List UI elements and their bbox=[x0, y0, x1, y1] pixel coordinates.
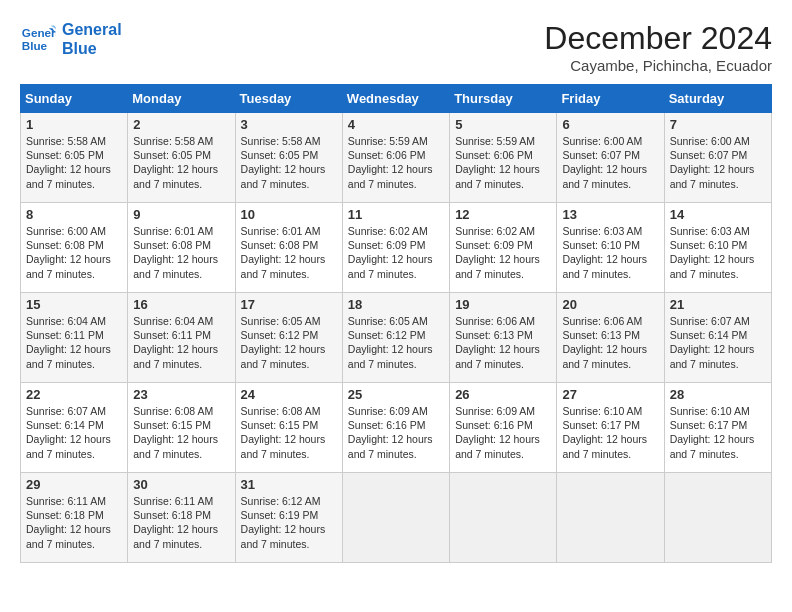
day-detail: Sunrise: 6:04 AM Sunset: 6:11 PM Dayligh… bbox=[26, 314, 122, 371]
day-detail: Sunrise: 5:59 AM Sunset: 6:06 PM Dayligh… bbox=[348, 134, 444, 191]
day-detail: Sunrise: 6:10 AM Sunset: 6:17 PM Dayligh… bbox=[562, 404, 658, 461]
day-number: 11 bbox=[348, 207, 444, 222]
calendar-cell bbox=[557, 473, 664, 563]
calendar-cell: 17 Sunrise: 6:05 AM Sunset: 6:12 PM Dayl… bbox=[235, 293, 342, 383]
day-detail: Sunrise: 6:07 AM Sunset: 6:14 PM Dayligh… bbox=[26, 404, 122, 461]
day-number: 16 bbox=[133, 297, 229, 312]
day-number: 7 bbox=[670, 117, 766, 132]
day-number: 3 bbox=[241, 117, 337, 132]
day-number: 18 bbox=[348, 297, 444, 312]
weekday-header-row: SundayMondayTuesdayWednesdayThursdayFrid… bbox=[21, 85, 772, 113]
calendar-cell: 3 Sunrise: 5:58 AM Sunset: 6:05 PM Dayli… bbox=[235, 113, 342, 203]
calendar-cell: 10 Sunrise: 6:01 AM Sunset: 6:08 PM Dayl… bbox=[235, 203, 342, 293]
calendar-cell: 27 Sunrise: 6:10 AM Sunset: 6:17 PM Dayl… bbox=[557, 383, 664, 473]
calendar-cell bbox=[664, 473, 771, 563]
calendar-cell: 6 Sunrise: 6:00 AM Sunset: 6:07 PM Dayli… bbox=[557, 113, 664, 203]
calendar-week-row: 1 Sunrise: 5:58 AM Sunset: 6:05 PM Dayli… bbox=[21, 113, 772, 203]
day-number: 26 bbox=[455, 387, 551, 402]
calendar-cell: 1 Sunrise: 5:58 AM Sunset: 6:05 PM Dayli… bbox=[21, 113, 128, 203]
calendar-cell bbox=[342, 473, 449, 563]
day-number: 15 bbox=[26, 297, 122, 312]
day-number: 27 bbox=[562, 387, 658, 402]
day-detail: Sunrise: 6:07 AM Sunset: 6:14 PM Dayligh… bbox=[670, 314, 766, 371]
day-number: 6 bbox=[562, 117, 658, 132]
day-number: 23 bbox=[133, 387, 229, 402]
calendar-week-row: 22 Sunrise: 6:07 AM Sunset: 6:14 PM Dayl… bbox=[21, 383, 772, 473]
calendar-cell: 4 Sunrise: 5:59 AM Sunset: 6:06 PM Dayli… bbox=[342, 113, 449, 203]
day-detail: Sunrise: 5:59 AM Sunset: 6:06 PM Dayligh… bbox=[455, 134, 551, 191]
day-number: 28 bbox=[670, 387, 766, 402]
day-detail: Sunrise: 6:04 AM Sunset: 6:11 PM Dayligh… bbox=[133, 314, 229, 371]
day-detail: Sunrise: 6:09 AM Sunset: 6:16 PM Dayligh… bbox=[455, 404, 551, 461]
weekday-header-thursday: Thursday bbox=[450, 85, 557, 113]
day-number: 29 bbox=[26, 477, 122, 492]
svg-text:General: General bbox=[22, 26, 56, 39]
day-number: 19 bbox=[455, 297, 551, 312]
day-detail: Sunrise: 6:02 AM Sunset: 6:09 PM Dayligh… bbox=[455, 224, 551, 281]
page-header: General Blue General Blue December 2024 … bbox=[20, 20, 772, 74]
day-number: 9 bbox=[133, 207, 229, 222]
day-number: 10 bbox=[241, 207, 337, 222]
day-detail: Sunrise: 6:06 AM Sunset: 6:13 PM Dayligh… bbox=[562, 314, 658, 371]
calendar-cell: 22 Sunrise: 6:07 AM Sunset: 6:14 PM Dayl… bbox=[21, 383, 128, 473]
day-number: 8 bbox=[26, 207, 122, 222]
day-detail: Sunrise: 6:12 AM Sunset: 6:19 PM Dayligh… bbox=[241, 494, 337, 551]
calendar-cell bbox=[450, 473, 557, 563]
day-number: 25 bbox=[348, 387, 444, 402]
day-number: 14 bbox=[670, 207, 766, 222]
weekday-header-tuesday: Tuesday bbox=[235, 85, 342, 113]
calendar-cell: 29 Sunrise: 6:11 AM Sunset: 6:18 PM Dayl… bbox=[21, 473, 128, 563]
calendar-cell: 26 Sunrise: 6:09 AM Sunset: 6:16 PM Dayl… bbox=[450, 383, 557, 473]
calendar-cell: 12 Sunrise: 6:02 AM Sunset: 6:09 PM Dayl… bbox=[450, 203, 557, 293]
day-number: 21 bbox=[670, 297, 766, 312]
day-detail: Sunrise: 6:01 AM Sunset: 6:08 PM Dayligh… bbox=[133, 224, 229, 281]
calendar-cell: 14 Sunrise: 6:03 AM Sunset: 6:10 PM Dayl… bbox=[664, 203, 771, 293]
day-number: 5 bbox=[455, 117, 551, 132]
day-number: 4 bbox=[348, 117, 444, 132]
day-detail: Sunrise: 6:01 AM Sunset: 6:08 PM Dayligh… bbox=[241, 224, 337, 281]
day-detail: Sunrise: 6:03 AM Sunset: 6:10 PM Dayligh… bbox=[670, 224, 766, 281]
day-number: 17 bbox=[241, 297, 337, 312]
day-detail: Sunrise: 6:00 AM Sunset: 6:07 PM Dayligh… bbox=[562, 134, 658, 191]
weekday-header-saturday: Saturday bbox=[664, 85, 771, 113]
calendar-cell: 31 Sunrise: 6:12 AM Sunset: 6:19 PM Dayl… bbox=[235, 473, 342, 563]
day-detail: Sunrise: 6:00 AM Sunset: 6:07 PM Dayligh… bbox=[670, 134, 766, 191]
calendar-cell: 8 Sunrise: 6:00 AM Sunset: 6:08 PM Dayli… bbox=[21, 203, 128, 293]
day-number: 24 bbox=[241, 387, 337, 402]
day-detail: Sunrise: 6:10 AM Sunset: 6:17 PM Dayligh… bbox=[670, 404, 766, 461]
title-block: December 2024 Cayambe, Pichincha, Ecuado… bbox=[544, 20, 772, 74]
weekday-header-sunday: Sunday bbox=[21, 85, 128, 113]
day-detail: Sunrise: 5:58 AM Sunset: 6:05 PM Dayligh… bbox=[133, 134, 229, 191]
day-number: 2 bbox=[133, 117, 229, 132]
calendar-cell: 28 Sunrise: 6:10 AM Sunset: 6:17 PM Dayl… bbox=[664, 383, 771, 473]
location: Cayambe, Pichincha, Ecuador bbox=[544, 57, 772, 74]
day-detail: Sunrise: 6:03 AM Sunset: 6:10 PM Dayligh… bbox=[562, 224, 658, 281]
calendar-cell: 15 Sunrise: 6:04 AM Sunset: 6:11 PM Dayl… bbox=[21, 293, 128, 383]
calendar-cell: 25 Sunrise: 6:09 AM Sunset: 6:16 PM Dayl… bbox=[342, 383, 449, 473]
calendar-cell: 9 Sunrise: 6:01 AM Sunset: 6:08 PM Dayli… bbox=[128, 203, 235, 293]
day-detail: Sunrise: 6:05 AM Sunset: 6:12 PM Dayligh… bbox=[348, 314, 444, 371]
calendar-cell: 7 Sunrise: 6:00 AM Sunset: 6:07 PM Dayli… bbox=[664, 113, 771, 203]
calendar-cell: 11 Sunrise: 6:02 AM Sunset: 6:09 PM Dayl… bbox=[342, 203, 449, 293]
calendar-week-row: 8 Sunrise: 6:00 AM Sunset: 6:08 PM Dayli… bbox=[21, 203, 772, 293]
day-detail: Sunrise: 6:00 AM Sunset: 6:08 PM Dayligh… bbox=[26, 224, 122, 281]
day-detail: Sunrise: 5:58 AM Sunset: 6:05 PM Dayligh… bbox=[241, 134, 337, 191]
calendar-cell: 16 Sunrise: 6:04 AM Sunset: 6:11 PM Dayl… bbox=[128, 293, 235, 383]
day-detail: Sunrise: 6:02 AM Sunset: 6:09 PM Dayligh… bbox=[348, 224, 444, 281]
logo-subtext: Blue bbox=[62, 39, 122, 58]
day-detail: Sunrise: 6:06 AM Sunset: 6:13 PM Dayligh… bbox=[455, 314, 551, 371]
calendar-cell: 13 Sunrise: 6:03 AM Sunset: 6:10 PM Dayl… bbox=[557, 203, 664, 293]
day-detail: Sunrise: 6:11 AM Sunset: 6:18 PM Dayligh… bbox=[133, 494, 229, 551]
weekday-header-monday: Monday bbox=[128, 85, 235, 113]
weekday-header-wednesday: Wednesday bbox=[342, 85, 449, 113]
day-detail: Sunrise: 6:08 AM Sunset: 6:15 PM Dayligh… bbox=[241, 404, 337, 461]
calendar-cell: 5 Sunrise: 5:59 AM Sunset: 6:06 PM Dayli… bbox=[450, 113, 557, 203]
calendar-cell: 20 Sunrise: 6:06 AM Sunset: 6:13 PM Dayl… bbox=[557, 293, 664, 383]
day-number: 13 bbox=[562, 207, 658, 222]
day-detail: Sunrise: 6:05 AM Sunset: 6:12 PM Dayligh… bbox=[241, 314, 337, 371]
day-detail: Sunrise: 6:09 AM Sunset: 6:16 PM Dayligh… bbox=[348, 404, 444, 461]
day-number: 31 bbox=[241, 477, 337, 492]
day-number: 1 bbox=[26, 117, 122, 132]
day-number: 22 bbox=[26, 387, 122, 402]
calendar-cell: 21 Sunrise: 6:07 AM Sunset: 6:14 PM Dayl… bbox=[664, 293, 771, 383]
